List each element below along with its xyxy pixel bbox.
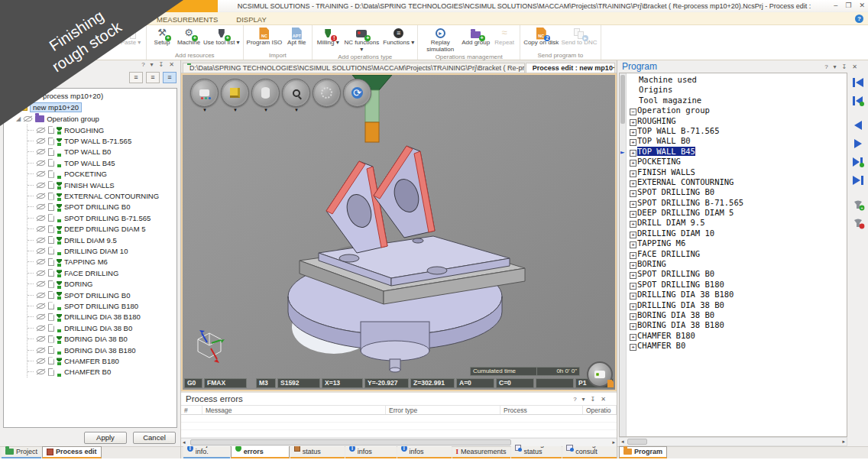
ribbon-button-functions[interactable]: ≡Functions ▾	[382, 26, 415, 47]
expand-icon[interactable]: +	[630, 293, 636, 300]
tree-item-top-wall-b0[interactable]: TOP WALL B0	[28, 147, 177, 157]
expand-icon[interactable]: +	[630, 180, 636, 187]
expand-icon[interactable]: +	[630, 170, 636, 177]
program-group-operation-group[interactable]: −Operation group	[630, 105, 845, 115]
panel-help-icon[interactable]: ?	[573, 396, 576, 403]
program-item-chamfer-b0[interactable]: +CHAMFER B0	[630, 341, 845, 351]
panel-help-icon[interactable]: ?	[141, 61, 144, 69]
dropdown-arrow-icon[interactable]: ▼	[294, 108, 299, 112]
tree-item-finish-walls[interactable]: FINISH WALLS	[28, 180, 177, 190]
program-hscroll-thumb[interactable]	[627, 439, 647, 445]
program-item-spot-drilling-b0[interactable]: +SPOT DRILLING B0	[630, 269, 845, 279]
go-to-start-icon[interactable]	[852, 77, 865, 89]
doc-tab-process-edit[interactable]: Process edit : new mp10+20	[526, 63, 615, 73]
ribbon-button-add-group[interactable]: +Add group	[461, 26, 491, 47]
expand-icon[interactable]: +	[630, 303, 636, 310]
close-icon[interactable]: ✕	[859, 2, 865, 9]
expand-icon[interactable]: +	[630, 139, 636, 146]
program-item-boring-dia-38-b180[interactable]: +BORING DIA 38 B180	[630, 320, 845, 330]
ribbon-button-use-tool-list[interactable]: +Use tool list ▾	[202, 26, 241, 47]
play-to-toolchange-icon[interactable]	[852, 157, 865, 168]
ribbon-button-setup[interactable]: ⚒+Setup	[149, 26, 175, 47]
expand-icon[interactable]: +	[630, 201, 636, 208]
tree-item-spot-drilling-b0[interactable]: SPOT DRILLING B0	[28, 202, 177, 212]
scroll-right-icon[interactable]: ▸	[612, 439, 615, 445]
panel-dropdown-icon[interactable]: ▾	[582, 396, 585, 403]
selection-circle-button[interactable]	[313, 79, 341, 107]
program-item-boring-dia-38-b0[interactable]: +BORING DIA 38 B0	[630, 310, 845, 320]
tab-program[interactable]: Program	[619, 446, 667, 458]
expand-icon[interactable]: +	[630, 252, 636, 259]
pe-horizontal-scrollbar[interactable]: ◂ ▸	[181, 438, 617, 446]
dropdown-arrow-icon[interactable]: ▼	[264, 108, 268, 112]
program-item-drilling-dia-38-b180[interactable]: +DRILLING DIA 38 B180	[630, 290, 845, 300]
cancel-button[interactable]: Cancel	[133, 432, 176, 444]
pe-column-error-type[interactable]: Error type	[386, 406, 500, 414]
tree-item-top-wall-b45[interactable]: TOP WALL B45	[28, 157, 177, 168]
tree-item-drilling-dia-38-b0[interactable]: DRILLING DIA 38 B0	[28, 322, 177, 333]
expand-icon[interactable]: +	[630, 221, 636, 228]
program-item-chamfer-b180[interactable]: +CHAMFER B180	[630, 331, 845, 341]
expand-icon[interactable]: +	[630, 313, 636, 320]
tree-item-top-wall-b-71-565[interactable]: TOP WALL B-71.565	[28, 135, 177, 146]
tree-item-drill-diam-9-5[interactable]: DRILL DIAM 9.5	[28, 235, 177, 245]
panel-help-icon[interactable]: ?	[824, 63, 828, 70]
program-item-spot-drilling-b-71-565[interactable]: +SPOT DRILLING B-71.565	[630, 198, 845, 208]
scroll-left-icon[interactable]: ◂	[621, 439, 624, 445]
dropdown-arrow-icon[interactable]: ▼	[233, 108, 238, 112]
tree-operation-group[interactable]: ◢ Operation group	[4, 113, 177, 125]
panel-pin-icon[interactable]: ↧	[591, 396, 596, 403]
tree-item-boring[interactable]: BORING	[28, 278, 177, 289]
expand-icon[interactable]: +	[630, 150, 636, 157]
viewport-3d[interactable]: ▼▼▼▼⟳	[181, 73, 617, 391]
zoom-button[interactable]: ▼	[282, 79, 310, 107]
play-icon[interactable]	[852, 138, 865, 150]
program-scroll-thumb[interactable]	[620, 75, 625, 124]
expand-icon[interactable]: +	[630, 190, 636, 197]
view-orientation-button[interactable]: ▼	[190, 79, 219, 107]
program-item-top-wall-b-71-565[interactable]: +TOP WALL B-71.565	[630, 126, 845, 136]
panel-pin-icon[interactable]: ↧	[842, 63, 847, 70]
solid-view-button[interactable]: ▼	[221, 79, 249, 107]
program-item-external-contourning[interactable]: +EXTERNAL CONTOURNING	[630, 177, 845, 187]
program-item-drilling-diam-10[interactable]: +DRILLING DIAM 10	[630, 228, 845, 238]
program-vertical-scrollbar[interactable]	[620, 73, 627, 436]
tree-item-spot-drilling-b-71-565[interactable]: SPOT DRILLING B-71.565	[28, 212, 177, 223]
program-item-drilling-dia-38-b0[interactable]: +DRILLING DIA 38 B0	[630, 300, 845, 310]
pe-column-[interactable]: #	[181, 406, 202, 414]
program-item-finish-walls[interactable]: +FINISH WALLS	[630, 167, 845, 177]
program-item-face-drilling[interactable]: +FACE DRILLING	[630, 249, 845, 259]
program-item-top-wall-b0[interactable]: +TOP WALL B0	[630, 136, 845, 146]
ribbon-button-copy-on-disk[interactable]: NC2Copy on disk	[523, 26, 559, 47]
pe-scroll-thumb[interactable]	[190, 439, 511, 445]
apply-button[interactable]: Apply	[84, 432, 127, 444]
program-item-top-wall-b45[interactable]: ►+TOP WALL B45	[630, 147, 845, 157]
tree-item-boring-dia-38-b0[interactable]: BORING DIA 38 B0	[28, 333, 177, 344]
program-item-spot-drilling-b0[interactable]: +SPOT DRILLING B0	[630, 187, 845, 197]
expand-icon[interactable]: +	[630, 241, 636, 248]
scroll-left-icon[interactable]: ◂	[183, 439, 186, 445]
expand-icon[interactable]: +	[630, 129, 636, 136]
bracket-model[interactable]	[185, 96, 613, 381]
expand-icon[interactable]: +	[630, 344, 636, 351]
doc-tab-project-file[interactable]: D:\Data\SPRING TECHNOLOGIES\NCSIMUL SOLU…	[183, 63, 525, 73]
panel-pin-icon[interactable]: ↧	[159, 61, 164, 69]
expand-icon[interactable]: +	[630, 262, 636, 269]
panel-dropdown-icon[interactable]: ▾	[151, 61, 154, 69]
ribbon-button-milling[interactable]: !Milling ▾	[315, 26, 341, 47]
ribbon-button-machine[interactable]: ⚙+Machine	[176, 26, 202, 47]
ribbon-button-nc-functions[interactable]: +NC functions ▾	[342, 26, 381, 53]
pe-column-message[interactable]: Message	[202, 406, 386, 414]
program-item-deep-drilling-diam-5[interactable]: +DEEP DRILLING DIAM 5	[630, 208, 845, 218]
restart-with-tool-icon[interactable]	[852, 96, 865, 107]
tree-item-face-drilling[interactable]: FACE DRILLING	[28, 267, 177, 278]
tree-item-deep-drilling-diam-5[interactable]: DEEP DRILLING DIAM 5	[28, 224, 177, 235]
program-item-origins[interactable]: Origins	[630, 85, 845, 95]
tab-measurements[interactable]: IMeasurements	[452, 447, 510, 458]
pe-column-operatio[interactable]: Operatio	[583, 406, 617, 414]
restore-icon[interactable]: ❐	[845, 2, 851, 9]
list-view-small-button[interactable]: ≡	[129, 72, 143, 83]
expander-icon[interactable]: ◢	[16, 115, 21, 122]
list-view-medium-button[interactable]: ≡	[146, 72, 160, 83]
program-item-tool-magazine[interactable]: Tool magazine	[630, 96, 845, 105]
